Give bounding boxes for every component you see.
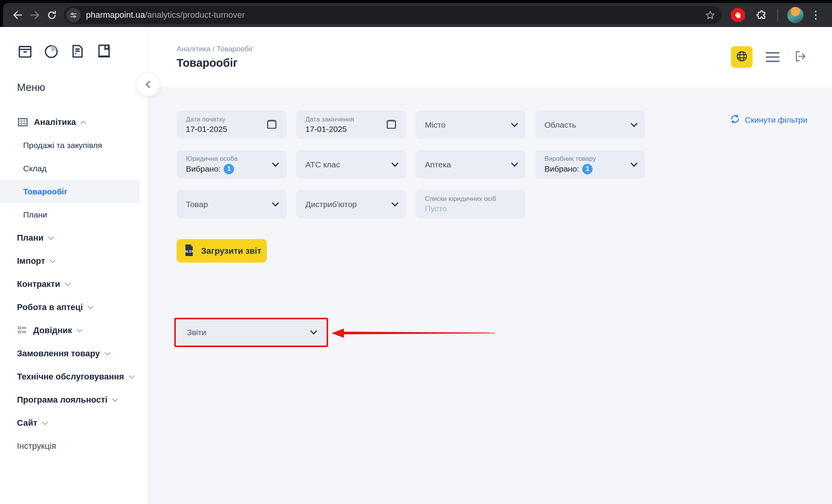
menu-item-contracts[interactable]: Контракти <box>0 273 148 296</box>
menu-item-pharmacy-work[interactable]: Робота в аптеці <box>0 296 148 319</box>
menu-item-maintenance[interactable]: Технічне обслуговування <box>0 365 148 388</box>
menu-item-label: Програма лояльності <box>17 395 108 405</box>
reports-row: Звіти <box>177 318 807 347</box>
menu-item-plans-sub[interactable]: Плани <box>0 203 148 226</box>
book-icon[interactable] <box>96 43 112 61</box>
filter-label: Виробник товару <box>544 155 596 163</box>
calendar-icon <box>385 118 397 132</box>
url-text: pharmapoint.ua/analytics/product-turnove… <box>86 10 705 20</box>
menu-item-instruction[interactable]: Інструкція <box>0 435 148 458</box>
filter-date-start[interactable]: Дата початку 17-01-2025 <box>177 111 286 139</box>
profile-avatar[interactable] <box>787 7 803 23</box>
filter-label: Місто <box>425 120 446 130</box>
reset-filters-link[interactable]: Скинути фільтри <box>730 114 807 126</box>
filter-label: Дата закінчення <box>305 116 354 123</box>
grid-icon <box>17 116 29 128</box>
filter-row-1: Дата початку 17-01-2025 Дата закінчення … <box>177 111 807 139</box>
filter-date-end[interactable]: Дата закінчення 17-01-2025 <box>296 111 406 139</box>
filter-label: Аптека <box>425 160 451 169</box>
menu-item-sales-purchases[interactable]: Продажі та закупівля <box>0 134 148 157</box>
site-settings-icon[interactable] <box>66 8 81 22</box>
menu-item-label: Сайт <box>17 418 37 428</box>
extensions-icon[interactable] <box>756 9 767 21</box>
chevron-down-icon <box>128 373 135 379</box>
main-area: Аналітика / Товарообіг Товарообіг <box>148 27 832 504</box>
filter-label: Списки юридичних осіб <box>425 195 496 203</box>
menu-item-directory[interactable]: Довідник <box>0 319 148 342</box>
filter-manufacturer[interactable]: Виробник товару Вибрано:1 <box>535 150 645 179</box>
sidebar-collapse-button[interactable] <box>136 72 160 96</box>
chevron-down-icon <box>272 160 279 167</box>
filter-atc-class[interactable]: АТС клас <box>296 150 406 179</box>
filter-distributor[interactable]: Дистриб'ютор <box>296 190 406 218</box>
pie-chart-icon[interactable] <box>43 43 59 61</box>
chevron-down-icon <box>77 326 83 332</box>
menu-item-label: Плани <box>23 210 47 219</box>
menu-item-label: Аналітика <box>34 117 76 127</box>
menu-item-loyalty[interactable]: Програма лояльності <box>0 388 148 411</box>
filter-legal-entity[interactable]: Юридична особа Вибрано:1 <box>177 150 286 179</box>
menu-item-label: Довідник <box>33 325 72 335</box>
adblock-icon[interactable] <box>731 8 745 22</box>
reports-dropdown[interactable]: Звіти <box>177 320 325 344</box>
address-bar[interactable]: pharmapoint.ua/analytics/product-turnove… <box>64 6 722 24</box>
reload-icon[interactable] <box>43 7 60 24</box>
menu-dots-icon[interactable]: ⋮ <box>808 10 824 20</box>
download-report-button[interactable]: XLSX Загрузити звіт <box>177 239 267 263</box>
document-icon[interactable] <box>69 43 86 61</box>
sidebar-quick-icons <box>0 27 148 61</box>
annotation-red-outline: Звіти <box>174 318 328 347</box>
filter-legal-entity-lists[interactable]: Списки юридичних осіб Пусто <box>416 190 525 218</box>
filter-value: 17-01-2025 <box>305 125 354 134</box>
sidebar-menu: Аналітика Продажі та закупівля Склад Тов… <box>0 111 148 458</box>
filter-label: Товар <box>186 200 208 209</box>
menu-item-label: Продажі та закупівля <box>23 141 102 150</box>
filter-pharmacy[interactable]: Аптека <box>416 150 525 179</box>
chevron-down-icon <box>112 396 118 402</box>
download-report-label: Загрузити звіт <box>201 246 261 256</box>
reset-icon <box>730 114 740 126</box>
url-path: /analytics/product-turnover <box>145 10 245 20</box>
menu-item-site[interactable]: Сайт <box>0 411 148 435</box>
filter-region[interactable]: Область <box>535 111 645 139</box>
chevron-down-icon <box>630 120 637 127</box>
page-title: Товарообіг <box>177 57 253 69</box>
menu-item-analytics[interactable]: Аналітика <box>0 111 148 134</box>
chevron-down-icon <box>391 199 398 206</box>
red-arrow-annotation <box>332 328 495 339</box>
menu-item-goods-order[interactable]: Замовлення товару <box>0 342 148 365</box>
xlsx-icon: XLSX <box>182 243 196 258</box>
filter-placeholder: Пусто <box>425 204 496 213</box>
chevron-down-icon <box>88 303 94 309</box>
page-header: Аналітика / Товарообіг Товарообіг <box>148 27 832 87</box>
filter-label: Дистриб'ютор <box>305 200 357 209</box>
chevron-down-icon <box>104 349 111 356</box>
chevron-down-icon <box>42 419 48 425</box>
filter-value: Вибрано: <box>544 164 579 174</box>
chevron-down-icon <box>272 199 279 206</box>
menu-item-label: Контракти <box>17 279 60 289</box>
menu-item-turnover-active[interactable]: Товарообіг <box>0 180 140 203</box>
back-icon[interactable] <box>9 7 26 24</box>
hamburger-icon[interactable] <box>764 51 781 64</box>
list-icon <box>17 325 28 336</box>
globe-icon <box>736 50 748 64</box>
bookmark-star-icon[interactable] <box>705 10 718 20</box>
filter-product[interactable]: Товар <box>177 190 286 218</box>
forward-icon[interactable] <box>26 7 43 24</box>
filter-label: Юридична особа <box>186 155 237 163</box>
chevron-down-icon <box>511 160 518 167</box>
filter-row-3: Товар Дистриб'ютор Списки юридичних осіб… <box>177 190 807 218</box>
logout-icon[interactable] <box>793 49 807 65</box>
chevron-down-icon <box>48 234 54 240</box>
language-globe-button[interactable] <box>731 46 753 68</box>
filter-label: Область <box>544 120 576 130</box>
menu-item-plans[interactable]: Плани <box>0 226 148 249</box>
menu-item-label: Технічне обслуговування <box>17 372 124 382</box>
chevron-down-icon <box>50 257 56 263</box>
selected-count-badge: 1 <box>582 164 593 174</box>
archive-icon[interactable] <box>17 43 33 61</box>
menu-item-import[interactable]: Імпорт <box>0 249 148 273</box>
menu-item-warehouse[interactable]: Склад <box>0 157 148 180</box>
filter-city[interactable]: Місто <box>416 111 525 139</box>
